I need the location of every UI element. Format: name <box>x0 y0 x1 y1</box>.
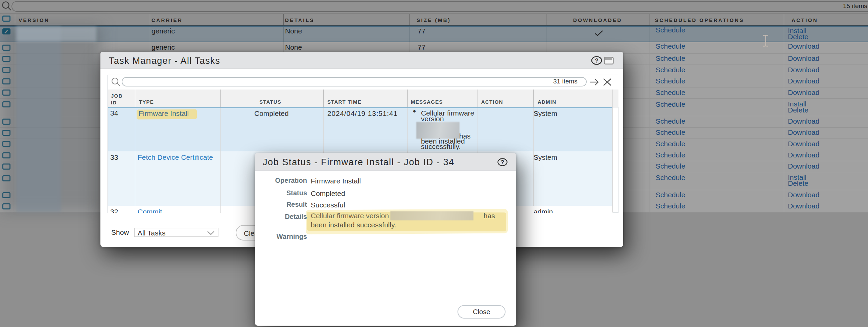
svg-text:?: ? <box>501 159 504 166</box>
svg-text:?: ? <box>595 57 598 64</box>
